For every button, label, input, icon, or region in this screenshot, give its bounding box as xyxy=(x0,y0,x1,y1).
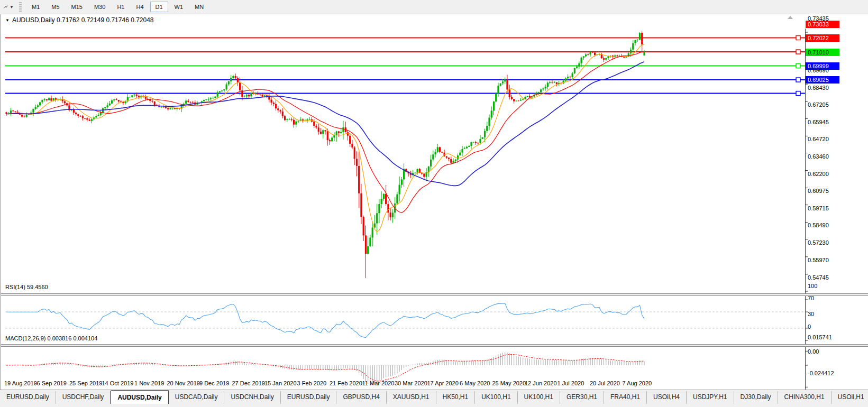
candles-layer xyxy=(5,31,645,278)
crosshair-icon xyxy=(3,3,8,11)
rsi-line xyxy=(6,303,644,338)
chart-tab-ger30-h1[interactable]: GER30,H1 xyxy=(560,391,604,404)
chart-tab-china300-h1[interactable]: CHINA300,H1 xyxy=(778,391,832,404)
timeframe-button-h1[interactable]: H1 xyxy=(112,2,130,12)
chart-tab-dj30-daily[interactable]: DJ30,Daily xyxy=(734,391,778,404)
price-level-label[interactable]: 0.72022 xyxy=(806,34,839,42)
chart-tab-usoil-h1[interactable]: USOil,H1 xyxy=(832,391,868,404)
price-level-label[interactable]: 0.73033 xyxy=(806,21,839,28)
moving-average-sma-fast xyxy=(6,44,644,232)
top-toolbar: ▼ M1M5M15M30H1H4D1W1MN xyxy=(0,0,868,14)
chart-tab-fra40-h1[interactable]: FRA40,H1 xyxy=(604,391,647,404)
chart-tab-usdchf-daily[interactable]: USDCHF,Daily xyxy=(56,391,111,404)
price-level-anchor[interactable] xyxy=(796,36,800,40)
chart-tabbar: EURUSD,DailyUSDCHF,DailyAUDUSD,DailyUSDC… xyxy=(0,390,868,407)
timeframe-button-m5[interactable]: M5 xyxy=(46,2,65,12)
chart-tab-xauusd-h1[interactable]: XAUUSD,H1 xyxy=(387,391,436,404)
chart-canvas[interactable] xyxy=(1,14,868,407)
chart-tools-icon[interactable]: ▼ xyxy=(3,3,14,11)
chart-window[interactable] xyxy=(0,14,868,390)
price-level-label[interactable]: 0.69999 xyxy=(806,62,839,70)
chevron-down-icon: ▼ xyxy=(10,5,14,10)
chart-tab-hk50-h1[interactable]: HK50,H1 xyxy=(436,391,476,404)
timeframe-button-h4[interactable]: H4 xyxy=(131,2,149,12)
timeframe-button-w1[interactable]: W1 xyxy=(169,2,189,12)
chart-tab-uk100-h1[interactable]: UK100,H1 xyxy=(475,391,517,404)
price-level-anchor[interactable] xyxy=(796,91,800,96)
chart-tab-usoil-h4[interactable]: USOil,H4 xyxy=(647,391,687,404)
chart-tab-usdjpy-h1[interactable]: USDJPY,H1 xyxy=(687,391,734,404)
price-level-anchor[interactable] xyxy=(796,78,800,82)
macd-histogram xyxy=(6,353,644,385)
timeframe-button-m15[interactable]: M15 xyxy=(66,2,88,12)
chart-tab-uk100-h1[interactable]: UK100,H1 xyxy=(518,391,560,404)
chart-tab-usdcad-daily[interactable]: USDCAD,Daily xyxy=(169,391,225,404)
timeframe-button-mn[interactable]: MN xyxy=(189,2,209,12)
price-level-label[interactable]: 0.69025 xyxy=(806,76,839,84)
timeframe-button-m1[interactable]: M1 xyxy=(26,2,45,12)
price-level-anchor[interactable] xyxy=(796,50,800,54)
timeframe-button-m30[interactable]: M30 xyxy=(89,2,111,12)
toolbar-grip[interactable] xyxy=(19,2,22,12)
chart-tab-eurusd-daily[interactable]: EURUSD,Daily xyxy=(281,391,337,404)
price-level-label[interactable]: 0.71010 xyxy=(806,49,839,56)
timeframe-button-d1[interactable]: D1 xyxy=(150,2,168,12)
chart-tab-usdcnh-daily[interactable]: USDCNH,Daily xyxy=(224,391,280,404)
price-level-anchor[interactable] xyxy=(796,64,800,68)
chart-tab-eurusd-daily[interactable]: EURUSD,Daily xyxy=(0,391,56,404)
chart-tab-audusd-daily[interactable]: AUDUSD,Daily xyxy=(111,390,168,404)
chart-tab-gbpusd-h4[interactable]: GBPUSD,H4 xyxy=(336,391,386,404)
